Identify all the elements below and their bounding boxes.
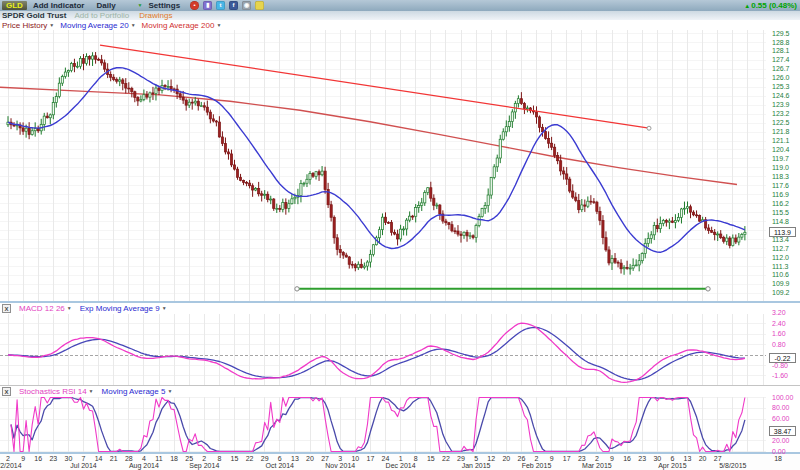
date-axis: 2916233071421284111825281522296132027310… [0, 452, 800, 470]
charting-app-window: GLD Add Indicator Daily ▼ Settings •▮tf◉… [0, 0, 800, 470]
chevron-down-icon: ▼ [167, 389, 172, 394]
toolbar-icon-strip: •▮tf◉ [190, 1, 264, 10]
add-indicator-button[interactable]: Add Indicator [27, 1, 91, 10]
price-change-text: 0.55 (0.48%) [751, 1, 797, 10]
price-change-badge: ▲ 0.55 (0.48%) [744, 1, 797, 10]
macd-label: MACD 12 26 [19, 304, 65, 313]
macd-chart-panel[interactable] [0, 314, 800, 385]
chevron-down-icon: ▼ [162, 306, 167, 311]
stoch-ma-dropdown[interactable]: Moving Average 5 ▼ [102, 387, 173, 396]
x-axis-label: Aug 2014 [122, 462, 166, 469]
x-axis-label: 5/8/2015 [711, 462, 755, 469]
price-history-label: Price History [2, 21, 47, 30]
stoch-chart-panel[interactable] [0, 397, 800, 452]
price-chart-panel[interactable] [0, 30, 800, 301]
stoch-ma-label: Moving Average 5 [102, 387, 166, 396]
chevron-down-icon: ▼ [131, 23, 136, 28]
symbol-subheader: SPDR Gold Trust Add to Portfolio Drawing… [0, 11, 800, 20]
x-axis-label: Mar 2015 [575, 462, 619, 469]
symbol-ticker[interactable]: GLD [2, 1, 27, 10]
ma200-dropdown[interactable]: Moving Average 200 ▼ [142, 21, 222, 30]
markets-icon[interactable]: ▮ [203, 1, 212, 10]
x-axis-label: Jan 2015 [454, 462, 498, 469]
macd-panel-header: X MACD 12 26 ▼ Exp Moving Average 9 ▼ [0, 301, 800, 314]
x-axis-label: Feb 2015 [515, 462, 559, 469]
ma20-dropdown[interactable]: Moving Average 20 ▼ [60, 21, 135, 30]
macd-dropdown[interactable]: MACD 12 26 ▼ [19, 304, 72, 313]
x-axis-label: 6/2/2014 [0, 462, 30, 469]
snapshot-icon[interactable]: ◉ [242, 1, 251, 10]
period-dropdown[interactable]: Daily ▼ [90, 1, 142, 10]
chevron-down-icon: ▼ [89, 389, 94, 394]
chevron-down-icon: ▼ [67, 306, 72, 311]
settings-button[interactable]: Settings [143, 1, 187, 10]
add-to-portfolio-link[interactable]: Add to Portfolio [74, 11, 129, 20]
x-axis-label: 27 [708, 455, 728, 462]
stoch-label: Stochastics RSI 14 [19, 387, 87, 396]
main-toolbar: GLD Add Indicator Daily ▼ Settings •▮tf◉… [0, 0, 800, 11]
facebook-icon[interactable]: f [229, 1, 238, 10]
macd-ema-label: Exp Moving Average 9 [80, 304, 160, 313]
close-stoch-button[interactable]: X [2, 387, 11, 396]
close-macd-button[interactable]: X [2, 304, 11, 313]
x-axis-label: Sep 2014 [182, 462, 226, 469]
notes-icon[interactable] [255, 1, 264, 10]
drawings-menu[interactable]: Drawings [139, 11, 172, 20]
ma20-label: Moving Average 20 [60, 21, 128, 30]
x-axis-label: Dec 2014 [379, 462, 423, 469]
period-value: Daily [90, 1, 121, 10]
x-axis-label: 18 [768, 455, 788, 462]
up-arrow-icon: ▲ [744, 3, 750, 9]
x-axis-label: Apr 2015 [650, 462, 694, 469]
alerts-icon[interactable]: • [190, 1, 199, 10]
x-axis-label: Jul 2014 [62, 462, 106, 469]
chevron-down-icon: ▼ [216, 23, 221, 28]
chevron-down-icon: ▼ [49, 23, 54, 28]
twitter-icon[interactable]: t [216, 1, 225, 10]
stoch-dropdown[interactable]: Stochastics RSI 14 ▼ [19, 387, 94, 396]
macd-ema-dropdown[interactable]: Exp Moving Average 9 ▼ [80, 304, 167, 313]
price-history-dropdown[interactable]: Price History ▼ [2, 21, 54, 30]
x-axis-label: Oct 2014 [258, 462, 302, 469]
instrument-name: SPDR Gold Trust [2, 11, 66, 20]
price-indicator-row: Price History ▼ Moving Average 20 ▼ Movi… [0, 20, 800, 30]
ma200-label: Moving Average 200 [142, 21, 215, 30]
stoch-panel-header: X Stochastics RSI 14 ▼ Moving Average 5 … [0, 385, 800, 397]
x-axis-label: Nov 2014 [318, 462, 362, 469]
